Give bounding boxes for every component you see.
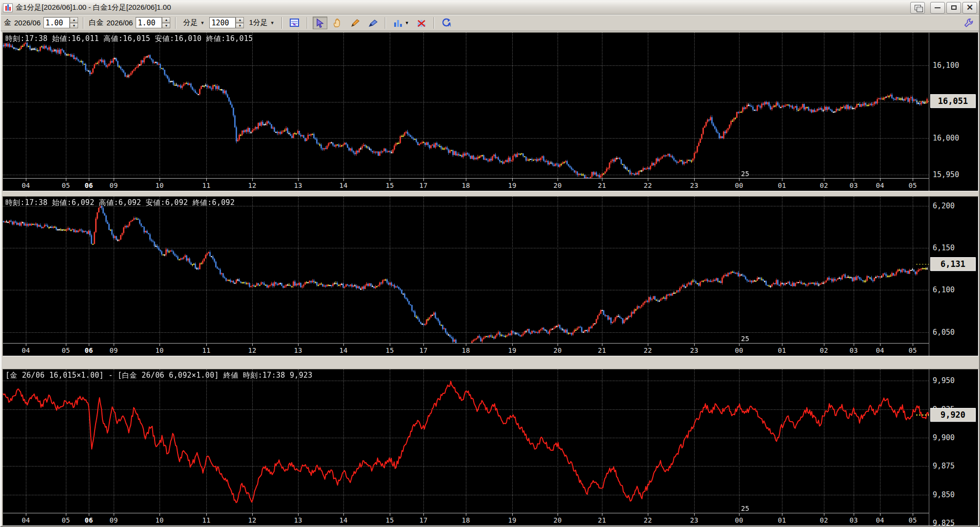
x-tick — [466, 179, 466, 181]
y-tick-label: 9,950 — [933, 376, 955, 385]
x-tick-label: 19 — [506, 346, 519, 354]
x-tick-label: 09 — [107, 346, 120, 354]
x-tick — [739, 179, 740, 181]
x-tick — [512, 344, 513, 346]
bar-count-up-button[interactable]: ▲ — [236, 17, 244, 23]
interval-type-dropdown[interactable]: 分足 ▼ — [181, 17, 206, 28]
marker-tool-button[interactable] — [365, 17, 380, 29]
platinum-last-price-box: 6,131 — [930, 257, 976, 271]
spread-time-axis[interactable]: 0405060910111213141517181920212223000102… — [3, 513, 929, 526]
platinum-candles-canvas[interactable] — [3, 197, 929, 343]
title-bar[interactable]: 金1分足[2026/06]1.00 - 白金1分足[2026/06]1.00 ✕ — [1, 1, 979, 15]
x-tick — [206, 344, 207, 346]
spread-line-canvas[interactable] — [3, 369, 929, 513]
platinum-ohlc-readout: 時刻:17:38 始値:6,092 高値:6,092 安値:6,092 終値:6… — [5, 198, 235, 207]
y-tick-label: 6,100 — [933, 285, 955, 294]
x-tick-label: 14 — [337, 346, 350, 354]
settings-wrench-button[interactable] — [961, 17, 976, 29]
bar-count-down-button[interactable]: ▼ — [236, 23, 244, 29]
x-tick-label: 06 — [82, 516, 95, 524]
x-tick-label: 02 — [818, 182, 830, 189]
y-tick-label: 9,825 — [933, 519, 955, 526]
spread-price-axis[interactable]: 9,920 9,9509,9259,9009,8759,8509,825 — [929, 369, 977, 513]
refresh-button[interactable]: R — [440, 17, 454, 29]
minimize-button[interactable] — [930, 2, 945, 14]
gold-chart-panel: 時刻:17:38 始値:16,011 高値:16,015 安値:16,010 終… — [2, 32, 979, 191]
x-tick-label: 09 — [107, 516, 120, 524]
x-tick-label: 14 — [337, 182, 350, 189]
x-tick — [66, 513, 66, 516]
platinum-time-axis[interactable]: 0405060910111213141517181920212223000102… — [3, 343, 929, 356]
spread-plot-area[interactable]: [金 26/06 16,015×1.00] - [白金 26/06 6,092×… — [3, 369, 929, 513]
gold-candles-canvas[interactable] — [3, 33, 929, 178]
cursor-tool-button[interactable] — [313, 17, 327, 29]
gold-price-axis[interactable]: 16,051 16,15016,10016,05016,00015,950 — [929, 33, 977, 178]
x-tick — [89, 344, 89, 346]
platinum-multiplier-input[interactable] — [136, 17, 162, 28]
x-tick-label: 13 — [292, 516, 304, 524]
close-button[interactable]: ✕ — [962, 2, 977, 14]
pencil-tool-button[interactable] — [348, 17, 362, 29]
x-tick — [466, 344, 466, 346]
spread-last-price-box: 9,920 — [930, 408, 976, 422]
delete-chart-button[interactable] — [414, 17, 429, 29]
chevron-down-icon: ▼ — [405, 20, 409, 25]
hand-tool-button[interactable] — [330, 17, 345, 29]
x-tick — [880, 513, 880, 516]
x-tick — [854, 513, 854, 516]
bar-type-dropdown[interactable]: 1分足 ▼ — [247, 17, 276, 28]
gold-plot-area[interactable]: 時刻:17:38 始値:16,011 高値:16,015 安値:16,010 終… — [3, 33, 929, 178]
gold-multiplier-down-button[interactable]: ▼ — [70, 23, 78, 29]
spread-chart-panel: [金 26/06 16,015×1.00] - [白金 26/06 6,092×… — [2, 369, 979, 526]
x-tick — [160, 344, 160, 346]
x-tick-label: 05 — [906, 182, 919, 189]
x-tick-label: 23 — [688, 346, 700, 354]
x-tick-label: 10 — [153, 516, 166, 524]
y-tick-label: 6,050 — [933, 328, 955, 337]
panel-divider[interactable] — [2, 191, 978, 196]
platinum-price-axis[interactable]: 6,131 6,2006,1506,1006,050 — [929, 197, 977, 343]
x-tick-label: 21 — [596, 346, 608, 354]
pencil-icon — [350, 18, 360, 28]
spread-formula-readout: [金 26/06 16,015×1.00] - [白金 26/06 6,092×… — [5, 371, 313, 380]
x-tick — [782, 179, 782, 181]
gold-multiplier-up-button[interactable]: ▲ — [70, 17, 78, 23]
x-tick-label: 00 — [733, 346, 745, 354]
x-tick-label: 04 — [20, 346, 32, 354]
chart-type-dropdown-button[interactable]: ▼ — [391, 17, 411, 29]
x-tick — [694, 344, 695, 346]
x-tick — [26, 344, 26, 346]
x-tick — [824, 179, 824, 181]
platinum-plot-area[interactable]: 時刻:17:38 始値:6,092 高値:6,092 安値:6,092 終値:6… — [3, 197, 929, 343]
x-tick — [252, 179, 253, 181]
x-tick-label: 15 — [383, 182, 396, 189]
chart-window: 金1分足[2026/06]1.00 - 白金1分足[2026/06]1.00 ✕… — [0, 0, 980, 527]
toolbar-separator — [281, 17, 282, 29]
maximize-button[interactable] — [946, 2, 961, 14]
x-tick — [694, 513, 695, 516]
x-tick — [423, 344, 424, 346]
chart-settings-button[interactable] — [287, 17, 302, 29]
x-tick — [206, 513, 207, 516]
x-tick-label: 01 — [776, 516, 788, 524]
gold-time-axis[interactable]: 0405060910111213141517181920212223000102… — [3, 178, 929, 191]
y-tick-label: 16,150 — [933, 32, 959, 34]
platinum-multiplier-up-button[interactable]: ▲ — [162, 17, 170, 23]
y-tick-label: 9,850 — [933, 490, 955, 499]
x-tick-label: 17 — [417, 182, 430, 189]
float-window-button[interactable] — [910, 2, 925, 14]
chart-settings-icon — [289, 18, 300, 28]
x-tick-label: 06 — [82, 182, 95, 189]
x-tick-label: 21 — [596, 182, 608, 189]
x-tick — [390, 179, 390, 181]
toolbar-separator — [175, 17, 176, 29]
gold-multiplier-input[interactable] — [43, 17, 70, 28]
panel-divider[interactable] — [2, 356, 978, 369]
platinum-contract-month: 2026/06 — [106, 19, 133, 27]
x-tick — [26, 513, 26, 516]
x-tick — [854, 179, 854, 181]
bar-count-input[interactable] — [209, 17, 236, 28]
platinum-multiplier-down-button[interactable]: ▼ — [162, 23, 170, 29]
date-marker: 25 — [741, 505, 749, 512]
x-tick — [114, 344, 114, 346]
